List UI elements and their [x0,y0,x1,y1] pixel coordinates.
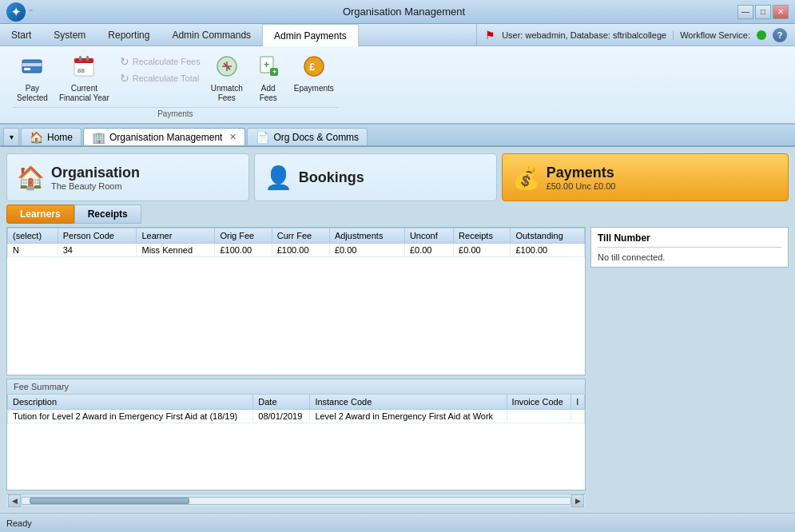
fee-invoice [507,410,571,423]
svg-rect-5 [79,56,81,61]
window-title: Organisation Management [70,6,737,18]
payments-title: Payments [547,165,616,181]
table-row[interactable]: N 34 Miss Kenned £100.00 £100.00 £0.00 £… [8,244,585,257]
menu-system[interactable]: System [42,24,97,46]
close-button[interactable]: ✕ [773,5,789,19]
payments-card[interactable]: 💰 Payments £50.00 Unc £0.00 [502,153,789,201]
fee-summary-table: Description Date Instance Code Invoice C… [7,394,585,490]
fee-row[interactable]: Tution for Level 2 Award in Emergency Fi… [8,410,585,423]
menu-admin-commands[interactable]: Admin Commands [161,24,262,46]
status-bar: Ready [0,513,795,532]
unmatch-fees-button[interactable]: UnmatchFees [207,51,247,105]
fee-col-desc: Description [8,395,253,410]
header-section: 🏠 Organisation The Beauty Room 👤 Booking… [6,153,789,201]
flag-icon: ⚑ [485,29,495,42]
cell-receipts: £0.00 [454,244,511,257]
cell-orig-fee: £100.00 [215,244,272,257]
tab-home[interactable]: 🏠 Home [21,128,81,145]
menu-reporting[interactable]: Reporting [97,24,161,46]
tab-org-docs[interactable]: 📄 Org Docs & Comms [247,128,368,145]
user-info: User: webadmin, Database: sftribalcolleg… [502,30,666,40]
unmatch-fees-label: UnmatchFees [211,84,243,103]
add-fees-icon: + + [256,54,281,83]
fee-col-instance: Instance Code [310,395,507,410]
sub-tab-row: Learners Receipts [6,204,789,224]
recalculate-fees-button[interactable]: ↻ Recalculate Fees [117,54,204,69]
scroll-thumb[interactable] [30,498,189,504]
cell-learner: Miss Kenned [137,244,215,257]
tab-learners[interactable]: Learners [6,204,74,224]
pay-selected-button[interactable]: PaySelected [13,51,52,105]
tab-receipts[interactable]: Receipts [74,204,141,224]
scroll-right[interactable]: ▶ [571,494,584,507]
fee-instance: Level 2 Award in Emergency First Aid at … [310,410,507,423]
fee-col-date: Date [253,395,310,410]
organisation-card[interactable]: 🏠 Organisation The Beauty Room [6,153,249,201]
scroll-left[interactable]: ◀ [8,494,21,507]
current-fy-icon: 88 [71,54,97,83]
recalculate-fees-label: Recalculate Fees [133,57,201,66]
title-bar: ✦ ⁻ Organisation Management — □ ✕ [0,0,795,24]
payments-card-icon: 💰 [512,165,540,191]
col-unconf: Unconf [404,228,453,244]
add-fees-button[interactable]: + + AddFees [250,51,287,105]
workflow-label: Workflow Service: [673,30,750,40]
col-select: (select) [8,228,58,244]
fee-col-i: I [571,395,585,410]
tab-org-management[interactable]: 🏢 Organisation Management ✕ [83,128,245,145]
cell-person-code: 34 [58,244,137,257]
cell-outstanding: £100.00 [511,244,585,257]
fee-date: 08/01/2019 [253,410,310,423]
col-receipts: Receipts [454,228,511,244]
menu-start[interactable]: Start [0,24,42,46]
cell-select: N [8,244,58,257]
cell-adjustments: £0.00 [329,244,404,257]
recalculate-total-icon: ↻ [120,72,129,85]
scroll-track[interactable] [21,497,571,505]
fee-i [571,410,585,423]
col-orig-fee: Orig Fee [215,228,272,244]
svg-rect-6 [86,56,89,61]
horizontal-scrollbar[interactable]: ◀ ▶ [6,494,586,506]
current-financial-year-button[interactable]: 88 CurrentFinancial Year [55,51,113,105]
home-tab-label: Home [47,132,73,143]
till-box: Till Number No till connected. [590,227,789,268]
maximize-button[interactable]: □ [755,5,771,19]
org-tab-label: Organisation Management [109,132,222,143]
recalculate-group: ↻ Recalculate Fees ↻ Recalculate Total [117,51,204,85]
current-fy-label: CurrentFinancial Year [59,84,109,103]
home-tab-icon: 🏠 [30,131,43,144]
cell-curr-fee: £100.00 [272,244,329,257]
bookings-title: Bookings [299,169,364,186]
epayments-label: Epayments [294,84,334,93]
fee-col-invoice: Invoice Code [507,395,571,410]
menu-admin-payments[interactable]: Admin Payments [262,24,359,46]
pay-selected-icon [19,54,45,83]
svg-text:+: + [272,68,276,76]
doc-tab-bar: ▾ 🏠 Home 🏢 Organisation Management ✕ 📄 O… [0,125,795,147]
workflow-help-icon[interactable]: ? [773,28,787,42]
cell-unconf: £0.00 [404,244,453,257]
ribbon-group-label: Payments [13,107,338,118]
svg-text:£: £ [309,61,316,73]
app-logo: ✦ [6,2,26,22]
window-controls: — □ ✕ [737,5,789,19]
payments-amount: £50.00 Unc £0.00 [547,181,616,191]
epayments-button[interactable]: £ Epayments [290,51,338,96]
minimize-icon: ⁻ [29,7,33,16]
epayments-icon: £ [301,54,327,83]
tab-dropdown-button[interactable]: ▾ [3,128,19,145]
svg-rect-2 [24,68,30,70]
bookings-card[interactable]: 👤 Bookings [254,153,497,201]
fee-summary: Fee Summary Description Date Instance Co… [6,379,586,490]
recalculate-fees-icon: ↻ [120,55,129,68]
col-outstanding: Outstanding [511,228,585,244]
org-card-icon: 🏠 [17,165,45,191]
org-tab-close[interactable]: ✕ [229,132,237,142]
bookings-card-icon: 👤 [264,165,292,191]
minimize-button[interactable]: — [737,5,753,19]
svg-rect-1 [22,63,42,66]
fee-desc: Tution for Level 2 Award in Emergency Fi… [8,410,253,423]
recalculate-total-button[interactable]: ↻ Recalculate Total [117,71,204,85]
svg-rect-4 [74,58,93,63]
